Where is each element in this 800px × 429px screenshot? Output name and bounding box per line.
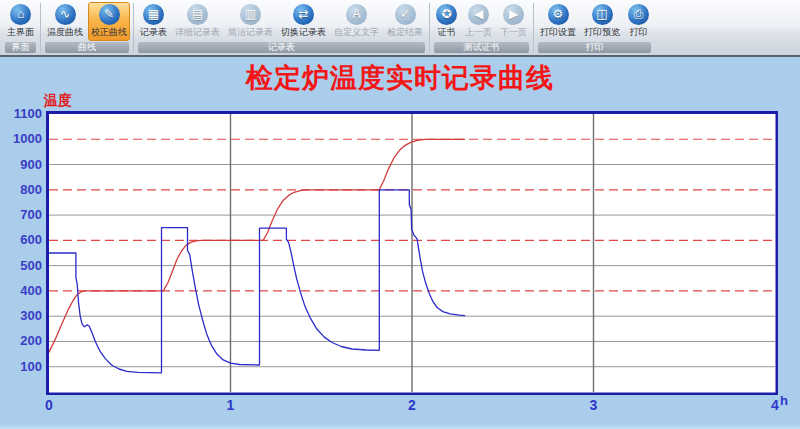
- certificate-button[interactable]: ✪证书: [433, 2, 460, 41]
- ribbon-group-curves: ∿温度曲线✎校正曲线曲线: [42, 2, 132, 54]
- y-tick-label-1000: 1000: [0, 132, 42, 146]
- x-tick-label-2: 2: [408, 397, 416, 413]
- ribbon-group-label-record-tables: 记录表: [138, 42, 425, 53]
- ribbon-group-label-interface: 界面: [5, 42, 36, 53]
- calibration-curve-label: 校正曲线: [91, 27, 127, 37]
- calibration-curve-icon: ✎: [99, 4, 120, 25]
- print-icon: ⎙: [628, 4, 649, 25]
- print-button[interactable]: ⎙打印: [625, 2, 652, 41]
- previous-page-button: ◀上一页: [462, 2, 495, 41]
- custom-text-button: A自定义文字: [331, 2, 382, 41]
- ribbon-group-print: ⚙打印设置◫打印预览⎙打印打印: [535, 2, 654, 54]
- certificate-icon: ✪: [436, 4, 457, 25]
- y-tick-label-1100: 1100: [0, 107, 42, 121]
- home-icon: ⌂: [10, 4, 31, 25]
- print-preview-button[interactable]: ◫打印预览: [581, 2, 623, 41]
- print-preview-icon: ◫: [592, 4, 613, 25]
- detailed-table-icon: ▤: [187, 4, 208, 25]
- next-page-label: 下一页: [500, 27, 527, 37]
- temp-curve-icon: ∿: [55, 4, 76, 25]
- ribbon-group-label-print: 打印: [538, 42, 651, 53]
- window-bottom-strip: [0, 424, 800, 429]
- result-icon: ✓: [395, 4, 416, 25]
- y-tick-label-400: 400: [0, 284, 42, 298]
- y-tick-label-700: 700: [0, 208, 42, 222]
- ribbon-group-separator: [429, 3, 430, 52]
- temperature-chart: [46, 111, 778, 395]
- y-tick-label-600: 600: [0, 233, 42, 247]
- print-preview-label: 打印预览: [584, 27, 620, 37]
- ribbon-group-label-test-certificate: 测试证书: [434, 42, 529, 53]
- ribbon-group-separator: [133, 3, 134, 52]
- ribbon-group-record-tables: ▦记录表▤详细记录表▥简洁记录表⇄切换记录表A自定义文字✓检定结果记录表: [135, 2, 428, 54]
- ribbon-group-interface: ⌂主界面界面: [2, 2, 39, 54]
- ribbon-toolbar: ⌂主界面界面∿温度曲线✎校正曲线曲线▦记录表▤详细记录表▥简洁记录表⇄切换记录表…: [0, 0, 800, 57]
- x-axis-unit-label: h: [780, 393, 788, 408]
- ribbon-group-buttons-test-certificate: ✪证书◀上一页▶下一页: [432, 2, 531, 41]
- temperature-curve-button[interactable]: ∿温度曲线: [44, 2, 86, 41]
- ribbon-group-buttons-curves: ∿温度曲线✎校正曲线: [43, 2, 131, 41]
- verification-result-label: 检定结果: [387, 27, 423, 37]
- y-tick-label-500: 500: [0, 259, 42, 273]
- y-tick-label-900: 900: [0, 158, 42, 172]
- switch-table-icon: ⇄: [293, 4, 314, 25]
- print-label: 打印: [630, 27, 648, 37]
- next-page-icon: ▶: [503, 4, 524, 25]
- y-tick-label-800: 800: [0, 183, 42, 197]
- table-icon: ▦: [143, 4, 164, 25]
- brief-record-table-button: ▥简洁记录表: [225, 2, 276, 41]
- y-tick-label-200: 200: [0, 334, 42, 348]
- previous-page-label: 上一页: [465, 27, 492, 37]
- x-tick-label-4: 4: [771, 397, 779, 413]
- y-tick-label-100: 100: [0, 360, 42, 374]
- switch-record-table-button[interactable]: ⇄切换记录表: [278, 2, 329, 41]
- main-interface-button[interactable]: ⌂主界面: [4, 2, 37, 41]
- detailed-record-table-button: ▤详细记录表: [172, 2, 223, 41]
- custom-text-icon: A: [346, 4, 367, 25]
- ribbon-group-buttons-record-tables: ▦记录表▤详细记录表▥简洁记录表⇄切换记录表A自定义文字✓检定结果: [136, 2, 427, 41]
- chart-title: 检定炉温度实时记录曲线: [0, 60, 800, 96]
- next-page-button: ▶下一页: [497, 2, 530, 41]
- custom-text-label: 自定义文字: [334, 27, 379, 37]
- ribbon-group-buttons-print: ⚙打印设置◫打印预览⎙打印: [536, 2, 653, 41]
- x-tick-label-0: 0: [45, 397, 53, 413]
- brief-table-icon: ▥: [240, 4, 261, 25]
- x-tick-label-3: 3: [590, 397, 598, 413]
- x-tick-label-1: 1: [227, 397, 235, 413]
- print-settings-icon: ⚙: [548, 4, 569, 25]
- detailed-record-table-label: 详细记录表: [175, 27, 220, 37]
- ribbon-group-separator: [40, 3, 41, 52]
- record-table-label: 记录表: [140, 27, 167, 37]
- record-table-button[interactable]: ▦记录表: [137, 2, 170, 41]
- ribbon-group-separator: [533, 3, 534, 52]
- brief-record-table-label: 简洁记录表: [228, 27, 273, 37]
- verification-result-button: ✓检定结果: [384, 2, 426, 41]
- y-axis-title: 温度: [44, 92, 72, 110]
- temperature-curve-label: 温度曲线: [47, 27, 83, 37]
- certificate-label: 证书: [438, 27, 456, 37]
- ribbon-group-buttons-interface: ⌂主界面: [3, 2, 38, 41]
- ribbon-group-label-curves: 曲线: [45, 42, 129, 53]
- main-interface-label: 主界面: [7, 27, 34, 37]
- switch-record-table-label: 切换记录表: [281, 27, 326, 37]
- prev-page-icon: ◀: [468, 4, 489, 25]
- calibration-curve-button[interactable]: ✎校正曲线: [88, 2, 130, 41]
- ribbon-group-test-certificate: ✪证书◀上一页▶下一页测试证书: [431, 2, 532, 54]
- y-tick-label-300: 300: [0, 309, 42, 323]
- print-settings-label: 打印设置: [540, 27, 576, 37]
- print-settings-button[interactable]: ⚙打印设置: [537, 2, 579, 41]
